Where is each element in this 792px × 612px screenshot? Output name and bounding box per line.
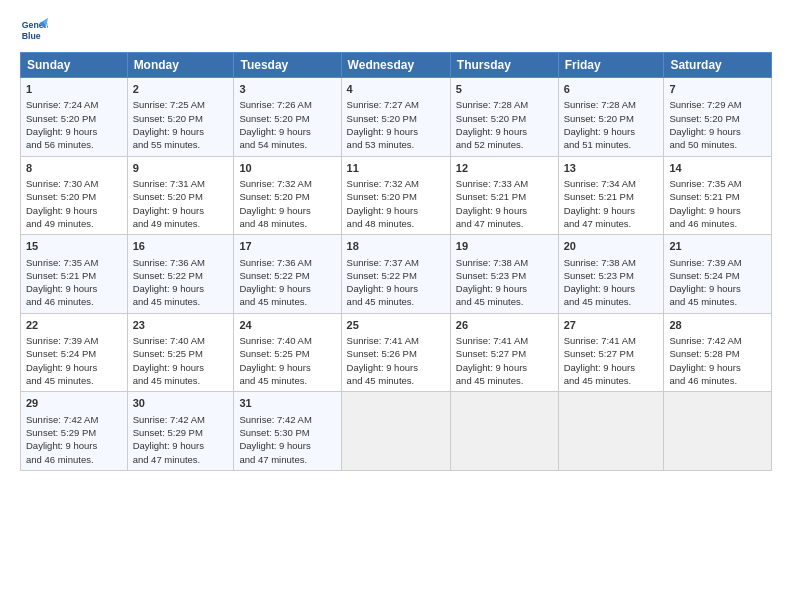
day-info-line: Sunrise: 7:42 AM bbox=[669, 334, 766, 347]
logo-icon: General Blue bbox=[20, 16, 48, 44]
day-info-line: and 45 minutes. bbox=[669, 295, 766, 308]
day-info-line: and 45 minutes. bbox=[347, 374, 445, 387]
day-info-line: Sunset: 5:29 PM bbox=[133, 426, 229, 439]
header: General Blue bbox=[20, 16, 772, 44]
calendar-table: SundayMondayTuesdayWednesdayThursdayFrid… bbox=[20, 52, 772, 471]
day-info-line: Daylight: 9 hours bbox=[133, 125, 229, 138]
calendar-day-cell: 17Sunrise: 7:36 AMSunset: 5:22 PMDayligh… bbox=[234, 235, 341, 314]
day-info-line: Sunrise: 7:27 AM bbox=[347, 98, 445, 111]
day-info-line: Daylight: 9 hours bbox=[239, 125, 335, 138]
calendar-day-cell: 25Sunrise: 7:41 AMSunset: 5:26 PMDayligh… bbox=[341, 313, 450, 392]
day-info-line: Sunrise: 7:38 AM bbox=[456, 256, 553, 269]
calendar-day-cell: 14Sunrise: 7:35 AMSunset: 5:21 PMDayligh… bbox=[664, 156, 772, 235]
day-info-line: and 45 minutes. bbox=[564, 374, 659, 387]
day-info-line: and 46 minutes. bbox=[26, 295, 122, 308]
day-number: 16 bbox=[133, 239, 229, 254]
day-of-week-header: Saturday bbox=[664, 53, 772, 78]
day-info-line: Sunrise: 7:28 AM bbox=[456, 98, 553, 111]
calendar-day-cell: 20Sunrise: 7:38 AMSunset: 5:23 PMDayligh… bbox=[558, 235, 664, 314]
day-number: 29 bbox=[26, 396, 122, 411]
day-number: 2 bbox=[133, 82, 229, 97]
day-info-line: Sunrise: 7:34 AM bbox=[564, 177, 659, 190]
day-number: 13 bbox=[564, 161, 659, 176]
calendar-day-cell: 31Sunrise: 7:42 AMSunset: 5:30 PMDayligh… bbox=[234, 392, 341, 471]
day-info-line: and 47 minutes. bbox=[133, 453, 229, 466]
day-info-line: Sunrise: 7:35 AM bbox=[26, 256, 122, 269]
day-info-line: Sunrise: 7:33 AM bbox=[456, 177, 553, 190]
day-info-line: and 47 minutes. bbox=[564, 217, 659, 230]
day-info-line: Sunrise: 7:40 AM bbox=[239, 334, 335, 347]
day-info-line: Daylight: 9 hours bbox=[239, 282, 335, 295]
day-info-line: Sunset: 5:20 PM bbox=[239, 190, 335, 203]
calendar-day-cell bbox=[664, 392, 772, 471]
calendar-day-cell: 21Sunrise: 7:39 AMSunset: 5:24 PMDayligh… bbox=[664, 235, 772, 314]
day-number: 27 bbox=[564, 318, 659, 333]
day-info-line: Daylight: 9 hours bbox=[456, 361, 553, 374]
day-info-line: Sunset: 5:20 PM bbox=[347, 190, 445, 203]
calendar-day-cell: 4Sunrise: 7:27 AMSunset: 5:20 PMDaylight… bbox=[341, 78, 450, 157]
day-info-line: Daylight: 9 hours bbox=[347, 282, 445, 295]
day-number: 10 bbox=[239, 161, 335, 176]
day-number: 8 bbox=[26, 161, 122, 176]
day-number: 9 bbox=[133, 161, 229, 176]
day-info-line: Daylight: 9 hours bbox=[239, 204, 335, 217]
day-info-line: and 47 minutes. bbox=[239, 453, 335, 466]
calendar-week-row: 8Sunrise: 7:30 AMSunset: 5:20 PMDaylight… bbox=[21, 156, 772, 235]
day-info-line: Daylight: 9 hours bbox=[133, 439, 229, 452]
day-info-line: and 49 minutes. bbox=[133, 217, 229, 230]
day-info-line: and 45 minutes. bbox=[239, 295, 335, 308]
day-info-line: Sunset: 5:21 PM bbox=[564, 190, 659, 203]
day-info-line: Daylight: 9 hours bbox=[26, 361, 122, 374]
day-info-line: and 50 minutes. bbox=[669, 138, 766, 151]
day-info-line: Daylight: 9 hours bbox=[347, 125, 445, 138]
day-info-line: and 45 minutes. bbox=[239, 374, 335, 387]
day-number: 17 bbox=[239, 239, 335, 254]
day-info-line: Sunrise: 7:37 AM bbox=[347, 256, 445, 269]
day-info-line: Daylight: 9 hours bbox=[26, 204, 122, 217]
day-info-line: Sunrise: 7:31 AM bbox=[133, 177, 229, 190]
day-info-line: and 45 minutes. bbox=[564, 295, 659, 308]
calendar-day-cell: 7Sunrise: 7:29 AMSunset: 5:20 PMDaylight… bbox=[664, 78, 772, 157]
day-info-line: Sunrise: 7:36 AM bbox=[133, 256, 229, 269]
calendar-header-row: SundayMondayTuesdayWednesdayThursdayFrid… bbox=[21, 53, 772, 78]
day-number: 15 bbox=[26, 239, 122, 254]
calendar-day-cell: 19Sunrise: 7:38 AMSunset: 5:23 PMDayligh… bbox=[450, 235, 558, 314]
day-number: 24 bbox=[239, 318, 335, 333]
day-number: 21 bbox=[669, 239, 766, 254]
day-info-line: Sunrise: 7:42 AM bbox=[26, 413, 122, 426]
calendar-day-cell: 22Sunrise: 7:39 AMSunset: 5:24 PMDayligh… bbox=[21, 313, 128, 392]
day-info-line: Sunrise: 7:36 AM bbox=[239, 256, 335, 269]
day-info-line: Sunset: 5:20 PM bbox=[133, 190, 229, 203]
day-info-line: Sunset: 5:20 PM bbox=[26, 112, 122, 125]
day-info-line: Sunrise: 7:24 AM bbox=[26, 98, 122, 111]
day-info-line: Sunset: 5:24 PM bbox=[669, 269, 766, 282]
day-number: 30 bbox=[133, 396, 229, 411]
day-info-line: Daylight: 9 hours bbox=[564, 204, 659, 217]
day-info-line: and 45 minutes. bbox=[26, 374, 122, 387]
day-info-line: Sunset: 5:28 PM bbox=[669, 347, 766, 360]
day-info-line: and 46 minutes. bbox=[26, 453, 122, 466]
calendar-day-cell: 23Sunrise: 7:40 AMSunset: 5:25 PMDayligh… bbox=[127, 313, 234, 392]
day-info-line: and 54 minutes. bbox=[239, 138, 335, 151]
day-info-line: Sunset: 5:21 PM bbox=[456, 190, 553, 203]
calendar-day-cell: 26Sunrise: 7:41 AMSunset: 5:27 PMDayligh… bbox=[450, 313, 558, 392]
day-of-week-header: Sunday bbox=[21, 53, 128, 78]
day-info-line: Sunrise: 7:39 AM bbox=[26, 334, 122, 347]
day-number: 3 bbox=[239, 82, 335, 97]
day-number: 5 bbox=[456, 82, 553, 97]
day-info-line: Sunrise: 7:42 AM bbox=[239, 413, 335, 426]
page: General Blue SundayMondayTuesdayWednesda… bbox=[0, 0, 792, 612]
day-info-line: Sunset: 5:22 PM bbox=[239, 269, 335, 282]
calendar-day-cell: 5Sunrise: 7:28 AMSunset: 5:20 PMDaylight… bbox=[450, 78, 558, 157]
day-info-line: Sunset: 5:22 PM bbox=[347, 269, 445, 282]
day-info-line: Sunrise: 7:41 AM bbox=[564, 334, 659, 347]
day-info-line: Sunset: 5:26 PM bbox=[347, 347, 445, 360]
day-info-line: and 53 minutes. bbox=[347, 138, 445, 151]
day-info-line: Sunset: 5:20 PM bbox=[456, 112, 553, 125]
day-of-week-header: Tuesday bbox=[234, 53, 341, 78]
day-info-line: Sunset: 5:20 PM bbox=[133, 112, 229, 125]
day-number: 12 bbox=[456, 161, 553, 176]
day-info-line: Daylight: 9 hours bbox=[347, 361, 445, 374]
day-number: 20 bbox=[564, 239, 659, 254]
day-info-line: and 51 minutes. bbox=[564, 138, 659, 151]
